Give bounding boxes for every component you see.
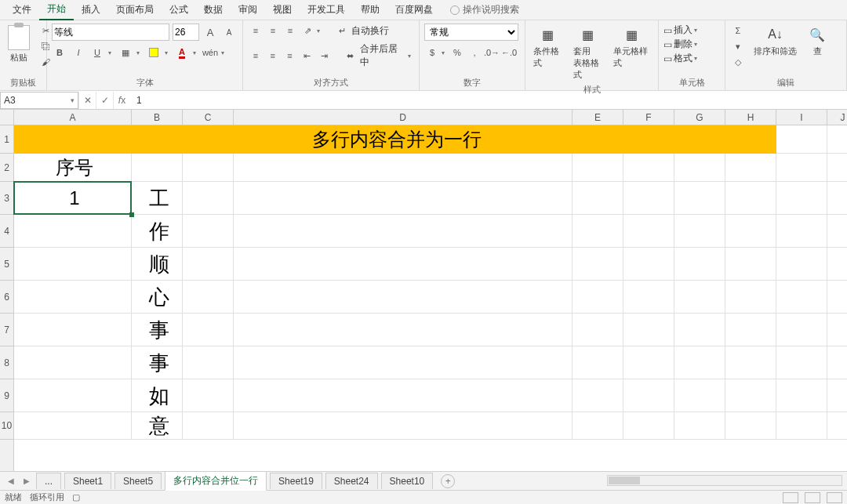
row-header-6[interactable]: 6 [0, 281, 13, 314]
inc-decimal-button[interactable]: .0→ [484, 45, 500, 60]
cell-B6[interactable]: 心 [132, 281, 183, 314]
col-header-B[interactable]: B [132, 110, 183, 125]
decrease-font-button[interactable]: A [221, 25, 237, 39]
currency-button[interactable]: $ [424, 45, 440, 60]
cell-A3[interactable]: 1 [14, 182, 132, 215]
tab-home[interactable]: 开始 [39, 0, 74, 20]
row-header-4[interactable]: 4 [0, 215, 13, 248]
cells-delete-button[interactable]: ▭删除▾ [663, 38, 700, 51]
sheet-tab-merge[interactable]: 多行内容合并位一行 [165, 471, 267, 491]
cell-B7[interactable]: 事 [132, 314, 183, 346]
tell-me-search[interactable]: 操作说明搜索 [450, 3, 519, 16]
tab-help[interactable]: 帮助 [353, 0, 387, 20]
align-right-button[interactable]: ≡ [282, 49, 298, 63]
number-format-combo[interactable]: 常规 [424, 24, 518, 41]
sheet-tab-sheet5[interactable]: Sheet5 [115, 473, 162, 489]
comma-button[interactable]: , [467, 45, 482, 60]
formula-value[interactable]: 1 [130, 95, 847, 106]
col-header-J[interactable]: J [827, 110, 847, 125]
cell-B5[interactable]: 顺 [132, 248, 183, 281]
align-middle-button[interactable]: ≡ [265, 24, 281, 38]
tab-devtools[interactable]: 开发工具 [300, 0, 353, 20]
spreadsheet-grid[interactable]: ABCDEFGHIJ 12345678910 多行内容合并为一行序号1工作顺心事… [0, 110, 847, 471]
col-header-D[interactable]: D [234, 110, 573, 125]
sheet-tab-sheet1[interactable]: Sheet1 [64, 473, 111, 489]
tab-baidu[interactable]: 百度网盘 [387, 0, 441, 20]
sheet-nav-next[interactable]: ▶ [20, 475, 33, 488]
col-header-H[interactable]: H [725, 110, 776, 125]
col-header-E[interactable]: E [573, 110, 623, 125]
phonetic-button[interactable]: wén [202, 45, 218, 60]
name-box-dropdown-icon[interactable]: ▾ [71, 96, 78, 104]
select-all-corner[interactable] [0, 110, 14, 125]
align-left-button[interactable]: ≡ [248, 49, 264, 63]
row-header-1[interactable]: 1 [0, 125, 13, 154]
border-button[interactable]: ▦ [118, 45, 133, 60]
paste-button[interactable]: 粘贴 [5, 24, 33, 65]
view-normal-button[interactable] [783, 492, 798, 503]
tab-data[interactable]: 数据 [196, 0, 231, 20]
dec-decimal-button[interactable]: ←.0 [501, 45, 517, 60]
tab-formulas[interactable]: 公式 [162, 0, 196, 20]
indent-inc-button[interactable]: ⇥ [316, 49, 332, 63]
underline-button[interactable]: U [89, 45, 105, 60]
tab-insert[interactable]: 插入 [74, 0, 108, 20]
clear-button[interactable]: ◇ [730, 55, 746, 69]
font-size-combo[interactable] [173, 24, 199, 41]
row-header-8[interactable]: 8 [0, 346, 13, 379]
row-header-5[interactable]: 5 [0, 248, 13, 281]
percent-button[interactable]: % [449, 45, 465, 60]
cells-format-button[interactable]: ▭格式▾ [663, 52, 700, 65]
cell-styles-button[interactable]: ▦单元格样式 [610, 24, 653, 71]
row-header-10[interactable]: 10 [0, 412, 13, 440]
col-header-G[interactable]: G [674, 110, 725, 125]
cell-B9[interactable]: 如 [132, 379, 183, 412]
add-sheet-button[interactable]: + [441, 474, 455, 488]
fill-button[interactable]: ▾ [730, 39, 746, 53]
merge-center-button[interactable]: 合并后居中 [360, 42, 406, 69]
cells-insert-button[interactable]: ▭插入▾ [663, 24, 700, 37]
align-center-button[interactable]: ≡ [265, 49, 281, 63]
horizontal-scrollbar[interactable] [607, 475, 842, 486]
sheet-tab-sheet24[interactable]: Sheet24 [325, 473, 378, 489]
sheet-tab-sheet10[interactable]: Sheet10 [381, 473, 434, 489]
row-header-9[interactable]: 9 [0, 379, 13, 412]
sheet-nav-prev[interactable]: ◀ [5, 475, 17, 488]
view-pagebreak-button[interactable] [827, 492, 842, 503]
tab-view[interactable]: 视图 [265, 0, 300, 20]
cell-A2[interactable]: 序号 [14, 154, 132, 182]
cell-B4[interactable]: 作 [132, 215, 183, 248]
indent-dec-button[interactable]: ⇤ [299, 49, 314, 63]
cancel-formula-button[interactable]: ✕ [78, 92, 96, 109]
enter-formula-button[interactable]: ✓ [96, 92, 113, 109]
font-color-button[interactable]: A [174, 45, 190, 60]
bold-button[interactable]: B [52, 45, 67, 60]
align-top-button[interactable]: ≡ [248, 24, 264, 38]
font-name-combo[interactable] [52, 24, 169, 41]
italic-button[interactable]: I [71, 45, 86, 60]
sheet-tab-sheet19[interactable]: Sheet19 [270, 473, 322, 489]
cells-area[interactable]: 多行内容合并为一行序号1工作顺心事事如意 [14, 125, 847, 471]
cell-B8[interactable]: 事 [132, 346, 183, 379]
tab-file[interactable]: 文件 [5, 0, 39, 20]
sheet-tab-more[interactable]: ... [36, 473, 61, 489]
name-box[interactable]: A3 ▾ [0, 92, 78, 109]
cell-A1[interactable]: 多行内容合并为一行 [14, 125, 776, 154]
col-header-F[interactable]: F [623, 110, 674, 125]
sort-filter-button[interactable]: A↓排序和筛选 [751, 24, 800, 59]
wrap-text-button[interactable]: 自动换行 [351, 24, 389, 38]
conditional-format-button[interactable]: ▦条件格式 [530, 24, 565, 71]
table-format-button[interactable]: ▦套用 表格格式 [570, 24, 605, 82]
col-header-A[interactable]: A [14, 110, 132, 125]
autosum-button[interactable]: Σ [730, 24, 746, 38]
hscroll-thumb[interactable] [609, 477, 640, 484]
cell-B10[interactable]: 意 [132, 412, 183, 440]
tab-review[interactable]: 审阅 [231, 0, 265, 20]
fill-handle[interactable] [129, 212, 134, 217]
orientation-button[interactable]: ⇗ [300, 24, 315, 38]
row-header-3[interactable]: 3 [0, 182, 13, 215]
col-header-C[interactable]: C [183, 110, 234, 125]
fill-color-button[interactable] [146, 45, 162, 60]
find-select-button[interactable]: 🔍查 [805, 24, 830, 59]
col-header-I[interactable]: I [776, 110, 827, 125]
